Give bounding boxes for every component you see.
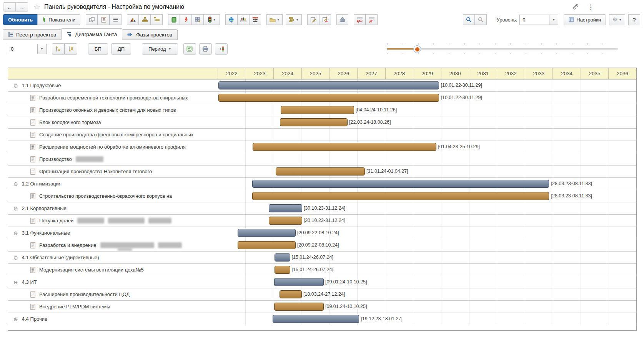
task-label-cell[interactable]: Покупка долей bbox=[8, 215, 218, 227]
task-label-cell[interactable]: Внедрение PLM/PDM системы bbox=[8, 301, 218, 313]
org-chart-button[interactable] bbox=[139, 14, 151, 25]
task-label-cell[interactable]: Производство bbox=[8, 153, 218, 165]
histogram-button[interactable] bbox=[237, 14, 249, 25]
task-label-cell[interactable]: Производство оконных и дверных систем дл… bbox=[8, 104, 218, 116]
gantt-row[interactable]: Модернизация системы вентиляции цеха№5 [… bbox=[8, 264, 636, 276]
gantt-row[interactable]: ⊖4.1 Обязательные (директивные) [15.01.2… bbox=[8, 252, 636, 264]
back-button[interactable]: ← bbox=[3, 2, 16, 12]
task-label-cell[interactable]: ⊖2.1 Корпоративные bbox=[8, 202, 218, 214]
gantt-row[interactable]: ⊖1.1 Продуктовые [10.01.22-30.11.29] bbox=[8, 79, 636, 92]
task-label-cell[interactable]: Расширение мощностей по обработке алюмин… bbox=[8, 141, 218, 153]
help-button[interactable]: ? bbox=[628, 14, 640, 25]
gantt-row[interactable]: Внедрение PLM/PDM системы [09.01.24-10.1… bbox=[8, 301, 636, 313]
gantt-row[interactable]: Производство bbox=[8, 153, 636, 166]
task-label-cell[interactable]: ⊖1.2 Оптимизация bbox=[8, 178, 218, 190]
task-label-cell[interactable]: ⊖4.1 Обязательные (директивные) bbox=[8, 252, 218, 263]
group-bar[interactable] bbox=[252, 180, 549, 188]
group-bar[interactable] bbox=[273, 315, 359, 323]
search-button[interactable] bbox=[463, 14, 475, 25]
forward-button[interactable]: → bbox=[15, 2, 28, 12]
list-view-button[interactable] bbox=[110, 14, 121, 25]
green-report-button[interactable] bbox=[168, 14, 180, 25]
gear-menu-button[interactable]: ⚙ ▼ bbox=[609, 14, 625, 25]
window-edit-button[interactable] bbox=[192, 14, 204, 25]
report-form-button[interactable] bbox=[98, 14, 110, 25]
collapse-all-button[interactable] bbox=[65, 43, 77, 55]
task-bar[interactable] bbox=[238, 241, 296, 249]
group-bar[interactable] bbox=[274, 278, 324, 286]
task-label-cell[interactable]: Строительство производственно-окрасочног… bbox=[8, 190, 218, 202]
gantt-row[interactable]: Расширение мощностей по обработке алюмин… bbox=[8, 141, 636, 153]
collapse-icon[interactable]: ⊖ bbox=[13, 181, 18, 187]
slider-thumb[interactable] bbox=[413, 45, 421, 53]
level-value[interactable]: 0 bbox=[519, 15, 549, 25]
gantt-row[interactable]: Организация производства Накопителя тяго… bbox=[8, 166, 636, 178]
task-label-cell[interactable]: Разработка современной технологии произв… bbox=[8, 92, 218, 104]
task-label-cell[interactable]: Модернизация системы вентиляции цеха№5 bbox=[8, 264, 218, 276]
dr-button[interactable]: ДР bbox=[366, 14, 378, 25]
copy-view-button[interactable] bbox=[86, 14, 98, 25]
task-bar[interactable] bbox=[252, 192, 549, 200]
das-button[interactable]: ДАС bbox=[354, 14, 366, 25]
task-label-cell[interactable]: Организация производства Накопителя тяго… bbox=[8, 166, 218, 177]
gantt-row[interactable]: Строительство производственно-окрасочног… bbox=[8, 190, 636, 202]
more-menu-icon[interactable]: ⋮ bbox=[587, 3, 594, 11]
task-bar[interactable] bbox=[281, 106, 354, 114]
edit-button[interactable] bbox=[307, 14, 319, 25]
task-label-cell[interactable]: Создание производства фреоновых компресс… bbox=[8, 129, 218, 141]
task-bar[interactable] bbox=[276, 167, 365, 175]
tree-structure-button[interactable] bbox=[151, 14, 163, 25]
task-label-cell[interactable]: ⊖4.3 ИТ bbox=[8, 276, 218, 288]
favorite-star-icon[interactable]: ☆ bbox=[33, 2, 40, 12]
lightning-button[interactable] bbox=[180, 14, 192, 25]
search-cancel-button[interactable] bbox=[475, 14, 487, 25]
task-label-cell[interactable]: Разработка и внедрение bbox=[8, 239, 218, 251]
gantt-row[interactable]: ⊖2.1 Корпоративные [30.10.23-31.12.24] bbox=[8, 202, 636, 215]
group-bar[interactable] bbox=[275, 253, 290, 262]
task-bar[interactable] bbox=[275, 266, 290, 274]
period-button[interactable]: Период ▼ bbox=[142, 43, 178, 55]
gantt-row[interactable]: ⊖3.1 Функциональные [20.09.22-08.10.24] bbox=[8, 227, 636, 239]
bp-button[interactable]: БП bbox=[88, 43, 108, 55]
gantt-row[interactable]: Производство оконных и дверных систем дл… bbox=[8, 104, 636, 116]
task-bar[interactable] bbox=[218, 94, 439, 102]
gantt-row[interactable]: ⊕4.4 Прочие [19.12.23-18.01.27] bbox=[8, 313, 636, 325]
slider-track[interactable] bbox=[387, 48, 618, 50]
gantt-row[interactable]: ⊖4.3 ИТ [09.01.24-10.10.25] bbox=[8, 276, 636, 288]
refresh-button[interactable]: Обновить bbox=[3, 14, 38, 25]
gantt-row[interactable]: Расширение производительности ЦОД [18.03… bbox=[8, 288, 636, 301]
gantt-row[interactable]: Разработка современной технологии произв… bbox=[8, 92, 636, 104]
level-combobox[interactable]: 0 ▼ bbox=[519, 15, 558, 25]
collapse-icon[interactable]: ⊖ bbox=[13, 83, 18, 88]
gantt-row[interactable]: ⊖1.2 Оптимизация [28.03.23-08.11.33] bbox=[8, 178, 636, 190]
collapse-icon[interactable]: ⊖ bbox=[13, 280, 18, 285]
edit-pr-button[interactable]: ПР bbox=[319, 14, 331, 25]
card-file-button[interactable] bbox=[336, 14, 348, 25]
grouping-menu-button[interactable]: ▼ bbox=[286, 14, 302, 25]
task-label-cell[interactable]: Расширение производительности ЦОД bbox=[8, 288, 218, 300]
task-bar[interactable] bbox=[253, 143, 437, 151]
group-bar[interactable] bbox=[218, 81, 439, 89]
people-group-button[interactable] bbox=[249, 14, 261, 25]
collapse-icon[interactable]: ⊖ bbox=[13, 255, 18, 260]
tab-gantt-chart[interactable]: Диаграмма Ганта bbox=[61, 28, 122, 40]
folder-menu-button[interactable]: ▼ bbox=[266, 14, 283, 25]
collapse-icon[interactable]: ⊖ bbox=[13, 206, 18, 211]
globe-button[interactable] bbox=[225, 14, 237, 25]
dp-button[interactable]: ДП bbox=[111, 43, 131, 55]
settings-button[interactable]: Настройки bbox=[564, 14, 606, 25]
indicators-button[interactable]: Показатели bbox=[37, 14, 80, 25]
task-label-cell[interactable]: ⊕4.4 Прочие bbox=[8, 313, 218, 325]
group-bar[interactable] bbox=[238, 229, 296, 237]
task-bar[interactable] bbox=[280, 118, 348, 126]
traffic-light-button[interactable]: ▼ bbox=[204, 14, 220, 25]
bar-chart-button[interactable] bbox=[127, 14, 139, 25]
task-bar[interactable] bbox=[274, 303, 324, 311]
print-button[interactable] bbox=[199, 43, 212, 55]
task-bar[interactable] bbox=[269, 217, 302, 225]
gantt-level-combobox[interactable]: 0 ▼ bbox=[8, 44, 47, 54]
zoom-slider[interactable] bbox=[387, 43, 618, 54]
task-label-cell[interactable]: Блок колодочного тормоза bbox=[8, 116, 218, 128]
tab-project-phases[interactable]: Фазы проектов bbox=[122, 29, 178, 40]
gantt-row[interactable]: Разработка и внедрение [20.09.22-08.10.2… bbox=[8, 239, 636, 252]
